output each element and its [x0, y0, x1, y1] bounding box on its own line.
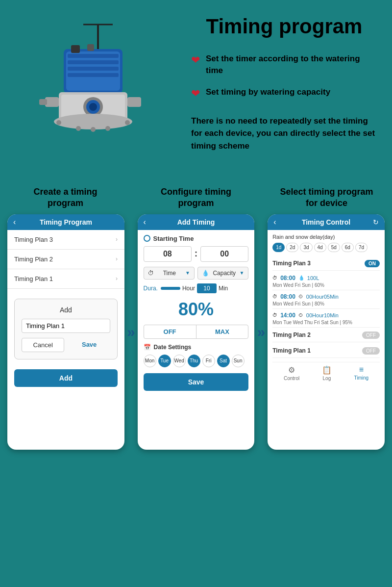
capacity-select[interactable]: 💧 Capacity ▼ — [197, 267, 248, 280]
svg-rect-5 — [68, 54, 119, 58]
phone3-body: Rain and snow delay(day) 1d 2d 3d 4d 5d … — [268, 230, 385, 388]
phone1-back-icon[interactable]: ‹ — [13, 218, 16, 227]
phone1-screen-header: ‹ Timing Program — [7, 214, 124, 230]
phone2-save-button[interactable]: Save — [144, 373, 249, 391]
schedule-time-2: 08:00 — [280, 293, 295, 300]
dura-row: Dura. Hour 10 Min — [144, 283, 249, 293]
schedule-days-3: Mon Tue Wed Thu Fri Sat Sun | 95% — [272, 320, 380, 325]
schedule-capacity-2: 00Hour05Min — [306, 294, 339, 300]
pill-2d[interactable]: 2d — [286, 243, 298, 252]
list-item[interactable]: Timing Plan 2 › — [7, 250, 124, 269]
svg-rect-8 — [68, 73, 119, 77]
timer-icon-s2: ⏲ — [298, 294, 303, 299]
nav-log[interactable]: 📋 Log — [322, 365, 332, 381]
page-title: Timing program — [191, 15, 377, 38]
schedule-item-2: ⏱ 08:00 ⏲ 00Hour05Min Mon Wed Fri Sun | … — [272, 291, 380, 309]
off-button[interactable]: OFF — [144, 325, 196, 338]
plan1-toggle[interactable]: OFF — [362, 347, 380, 355]
phone1-list: Timing Plan 3 › Timing Plan 2 › Timing P… — [7, 230, 124, 289]
svg-rect-23 — [39, 99, 47, 105]
days-row: Mon Tue Wed Thu Fri Sat Sun — [144, 355, 249, 367]
off-max-row: OFF MAX — [144, 325, 249, 339]
clock-icon — [144, 235, 150, 242]
pill-4d[interactable]: 4d — [314, 243, 326, 252]
plan3-toggle[interactable]: ON — [365, 260, 380, 267]
schedule-time-1: 08:00 — [280, 275, 295, 281]
arrow-divider-2: » — [257, 324, 265, 340]
schedule-capacity-1: 100L — [307, 275, 319, 281]
list-item[interactable]: Timing Plan 3 › — [7, 230, 124, 250]
clock-icon-s1: ⏱ — [272, 275, 277, 281]
time-row: 08 : 00 — [144, 246, 249, 262]
refresh-icon[interactable]: ↻ — [373, 218, 379, 226]
bullet-text-2: Set timing by watering capacity — [206, 86, 330, 98]
pill-7d[interactable]: 7d — [355, 243, 368, 252]
phone3-back-icon[interactable]: ‹ — [273, 218, 276, 227]
phone2-screen-title: Add Timing — [177, 218, 215, 226]
arrow-icon: › — [116, 275, 118, 282]
pill-1d[interactable]: 1d — [272, 243, 285, 252]
top-section: Timing program ❤ Set the timer according… — [0, 0, 392, 181]
pill-5d[interactable]: 5d — [328, 243, 340, 252]
phone3-bottom-nav: ⚙ Control 📋 Log ≡ Timing — [272, 362, 380, 384]
nav-control[interactable]: ⚙ Control — [284, 365, 299, 381]
phones-row: ‹ Timing Program Timing Plan 3 › Timing … — [7, 214, 385, 450]
phone1-modal-add-label: Add — [22, 306, 110, 314]
control-icon: ⚙ — [288, 365, 295, 375]
day-fri[interactable]: Fri — [202, 355, 215, 367]
percent-display: 80% — [144, 299, 249, 320]
nav-timing[interactable]: ≡ Timing — [354, 365, 369, 381]
schedule-capacity-3: 00Hour10Min — [306, 312, 339, 318]
phone1-modal-buttons: Cancel Save — [22, 338, 110, 352]
starting-time-label: Starting Time — [144, 235, 249, 242]
bullet-text-1: Set the timer according to the watering … — [206, 53, 377, 77]
log-icon: 📋 — [322, 365, 332, 375]
day-sun[interactable]: Sun — [232, 355, 245, 367]
time-select[interactable]: ⏱ Time ▼ — [144, 267, 195, 280]
dura-label: Dura. — [144, 285, 158, 292]
day-mon[interactable]: Mon — [144, 355, 156, 367]
hour-field[interactable]: 08 — [144, 246, 192, 262]
hour-label: Hour — [182, 285, 195, 292]
list-item[interactable]: Timing Plan 1 › — [7, 269, 124, 289]
min-label: Min — [219, 285, 228, 292]
pill-3d[interactable]: 3d — [300, 243, 312, 252]
rain-snow-label: Rain and snow delay(day) — [272, 234, 380, 240]
schedule-time-3: 14:00 — [280, 312, 295, 319]
phone1-modal-input[interactable] — [22, 319, 110, 333]
schedule-time-row-1: ⏱ 08:00 💧 100L — [272, 275, 380, 281]
day-sat[interactable]: Sat — [217, 355, 230, 367]
phone3-screen-title: Timing Control — [302, 218, 350, 226]
svg-rect-9 — [71, 45, 80, 53]
time-colon: : — [195, 246, 197, 262]
cancel-button[interactable]: Cancel — [22, 338, 64, 352]
day-thu[interactable]: Thu — [188, 355, 200, 367]
dura-input[interactable] — [161, 287, 180, 290]
product-image — [15, 15, 172, 172]
phone2-back-icon[interactable]: ‹ — [144, 218, 146, 227]
phone1-add-button[interactable]: Add — [14, 369, 118, 387]
phone1: ‹ Timing Program Timing Plan 3 › Timing … — [7, 214, 124, 450]
plan2-toggle[interactable]: OFF — [362, 332, 380, 339]
arrow-divider-1: » — [127, 324, 135, 340]
svg-point-19 — [91, 127, 96, 132]
date-settings-label: 📅 Date Settings — [144, 344, 249, 351]
max-button[interactable]: MAX — [196, 325, 248, 338]
day-tue[interactable]: Tue — [158, 355, 171, 367]
phone1-screen-title: Timing Program — [40, 218, 92, 226]
minute-field[interactable]: 00 — [200, 246, 248, 262]
save-button[interactable]: Save — [68, 338, 110, 352]
product-image-area — [10, 15, 176, 172]
min-input[interactable]: 10 — [197, 283, 217, 293]
drop-icon-s1: 💧 — [298, 275, 304, 281]
phone3: ‹ Timing Control ↻ Rain and snow delay(d… — [268, 214, 385, 450]
pill-6d[interactable]: 6d — [342, 243, 354, 252]
bottom-section: Create a timing program Configure timing… — [0, 181, 392, 459]
schedule-time-row-2: ⏱ 08:00 ⏲ 00Hour05Min — [272, 293, 380, 300]
clock-icon-s2: ⏱ — [272, 294, 277, 299]
calendar-icon: 📅 — [144, 344, 151, 351]
svg-rect-10 — [87, 44, 94, 51]
time-select-icon: ⏱ — [148, 270, 154, 277]
day-wed[interactable]: Wed — [173, 355, 186, 367]
timing-icon: ≡ — [359, 365, 364, 374]
